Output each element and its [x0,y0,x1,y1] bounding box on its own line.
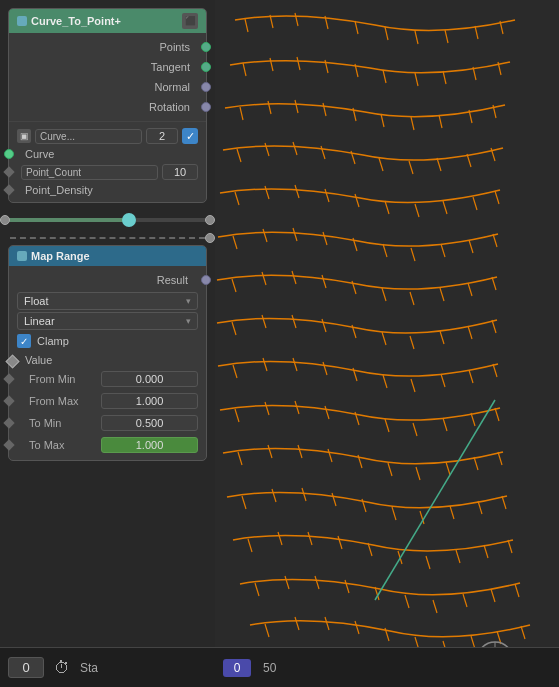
point-density-socket [3,184,14,195]
scrubber-fill [0,218,129,222]
clamp-checkbox[interactable]: ✓ [17,334,31,348]
map-range-title: Map Range [31,250,90,262]
output-normal: Normal [9,77,206,97]
to-min-label: To Min [29,417,97,429]
to-min-socket [3,417,14,428]
curve-label: Curve [25,148,54,160]
point-count-row: Point_Count 10 [9,162,206,182]
float-arrow: ▾ [186,296,191,306]
3d-viewport[interactable] [215,0,559,647]
timeline-left: 0 ⏱ Sta [0,657,215,678]
from-min-socket [3,373,14,384]
tangent-label: Tangent [151,61,190,73]
normal-socket[interactable] [201,82,211,92]
to-max-row: To Max 1.000 [9,434,206,456]
rotation-label: Rotation [149,101,190,113]
timeline-strip: 0 ⏱ Sta 0 50 [0,647,559,687]
tangent-socket[interactable] [201,62,211,72]
point-count-socket [3,166,14,177]
end-frame[interactable]: 0 [223,659,251,677]
from-max-value[interactable]: 1.000 [101,393,198,409]
linear-arrow: ▾ [186,316,191,326]
field-icon: ▣ [17,129,31,143]
left-panel: Curve_To_Point+ ⬛ Points Tangent Normal … [0,0,215,647]
timer-icon[interactable]: ⏱ [52,658,72,678]
points-socket[interactable] [201,42,211,52]
point-count-value[interactable]: 10 [162,164,198,180]
from-min-row: From Min 0.000 [9,368,206,390]
linear-label: Linear [24,315,55,327]
start-label: Sta [80,661,98,675]
end-frame-value: 50 [263,661,276,675]
timeline-right: 0 50 [215,659,559,677]
value-socket [5,354,19,368]
map-range-header[interactable]: Map Range [9,246,206,266]
scrubber-handle[interactable] [122,213,136,227]
result-socket[interactable] [201,275,211,285]
node-title: Curve_To_Point+ [31,15,121,27]
svg-rect-0 [215,0,559,647]
curve-field-row: ▣ Curve... 2 ✓ [9,126,206,146]
to-min-value[interactable]: 0.500 [101,415,198,431]
point-count-btn[interactable]: Point_Count [21,165,158,180]
to-max-value[interactable]: 1.000 [101,437,198,453]
float-label: Float [24,295,48,307]
wire-end-right [205,233,215,243]
clamp-label: Clamp [37,335,69,347]
point-density-label: Point_Density [25,184,93,196]
scrubber-container[interactable] [0,209,215,231]
wire-connection-left [0,215,10,225]
curve-socket-row: Curve [9,146,206,162]
output-tangent: Tangent [9,57,206,77]
point-density-row: Point_Density [9,182,206,198]
curve-to-point-node: Curve_To_Point+ ⬛ Points Tangent Normal … [8,8,207,203]
node-collapse-toggle[interactable] [17,16,27,26]
map-range-node: Map Range Result Float ▾ Linear ▾ ✓ Clam… [8,245,207,461]
float-dropdown[interactable]: Float ▾ [17,292,198,310]
node-body: Points Tangent Normal Rotation ▣ Curve..… [9,33,206,202]
field-number[interactable]: 2 [146,128,178,144]
node-icon: ⬛ [182,13,198,29]
value-section: Value [9,352,206,368]
curve-dropdown[interactable]: Curve... [35,129,142,144]
from-min-value[interactable]: 0.000 [101,371,198,387]
dashed-wire [0,237,215,239]
value-label: Value [25,354,52,366]
curve-input-socket[interactable] [4,149,14,159]
clamp-row[interactable]: ✓ Clamp [9,332,206,350]
from-max-label: From Max [29,395,97,407]
result-label: Result [157,274,188,286]
result-row: Result [9,270,206,290]
map-range-body: Result Float ▾ Linear ▾ ✓ Clamp Value [9,266,206,460]
output-rotation: Rotation [9,97,206,117]
map-range-collapse[interactable] [17,251,27,261]
wire-connection-right [205,215,215,225]
current-frame[interactable]: 0 [8,657,44,678]
from-max-socket [3,395,14,406]
output-points: Points [9,37,206,57]
to-max-label: To Max [29,439,97,451]
to-min-row: To Min 0.500 [9,412,206,434]
check-icon[interactable]: ✓ [182,128,198,144]
rotation-socket[interactable] [201,102,211,112]
linear-dropdown[interactable]: Linear ▾ [17,312,198,330]
to-max-socket [3,439,14,450]
node-header[interactable]: Curve_To_Point+ ⬛ [9,9,206,33]
normal-label: Normal [155,81,190,93]
from-min-label: From Min [29,373,97,385]
points-label: Points [159,41,190,53]
from-max-row: From Max 1.000 [9,390,206,412]
